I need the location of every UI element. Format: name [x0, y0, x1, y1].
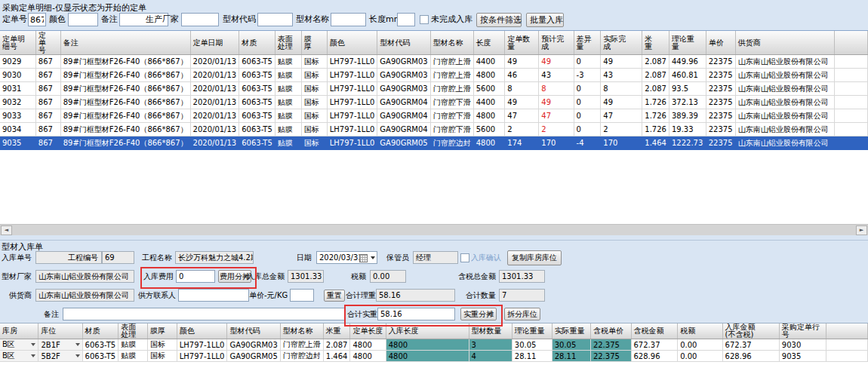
profile-name-input[interactable]	[331, 13, 366, 26]
contact-input[interactable]	[178, 289, 249, 302]
column-header[interactable]: 库位	[38, 323, 82, 339]
column-header[interactable]: 供货商	[735, 31, 834, 55]
scroll-right-icon[interactable]: ►	[856, 225, 867, 235]
note-input[interactable]	[63, 308, 345, 320]
keeper-field[interactable]: 经理	[413, 251, 458, 264]
confirm-checkbox[interactable]	[460, 253, 469, 262]
order-no-input[interactable]	[28, 13, 46, 26]
actual-weight-input[interactable]	[377, 308, 455, 320]
column-header[interactable]: 理论重量	[669, 31, 706, 55]
project-no-field[interactable]: 69	[102, 251, 134, 264]
dropdown-arrow-icon[interactable]	[75, 354, 80, 360]
factory-field[interactable]: 山东南山铝业股份有限公司	[35, 270, 134, 283]
column-header[interactable]: 型材数量	[469, 323, 512, 339]
column-header[interactable]: 入库金额(不含税)	[722, 323, 779, 339]
cell: 山东南山铝业股份有限公司	[735, 96, 834, 109]
fee-input[interactable]	[176, 270, 215, 283]
column-header[interactable]: 型材名称	[280, 323, 323, 339]
theory-weight-field[interactable]: 58.16	[376, 289, 455, 302]
column-header[interactable]: 定单长度	[350, 323, 386, 339]
column-header[interactable]: 长度	[473, 31, 505, 55]
dropdown-arrow-icon[interactable]	[31, 343, 35, 348]
table-row[interactable]: 902986789#门框型材F26-F40（866*867）2020/01/13…	[0, 55, 868, 69]
column-header[interactable]: 颜色	[177, 323, 227, 339]
column-header[interactable]: 表面处理	[119, 323, 148, 339]
cell: 867	[35, 55, 60, 69]
column-header[interactable]	[835, 31, 868, 55]
manufacturer-input[interactable]	[181, 13, 219, 26]
table-row[interactable]: B区2B1F6063-T5贴膜国标LH797-1LL0GA90GRM03门帘腔上…	[0, 339, 868, 351]
column-header[interactable]: 库房	[0, 323, 38, 339]
date-picker[interactable]: 2020/03/31	[316, 251, 377, 264]
tax-total-field[interactable]: 1301.33	[499, 270, 545, 283]
cell: 1.726	[642, 123, 669, 136]
dropdown-arrow-icon[interactable]	[31, 354, 35, 360]
cell: GA90GRM05	[377, 136, 430, 150]
column-header[interactable]: 材质	[239, 31, 275, 55]
batch-inbound-button[interactable]: 批量入库	[526, 13, 564, 27]
date-label: 日期	[291, 251, 312, 264]
column-header[interactable]: 米重	[642, 31, 669, 55]
column-header[interactable]: 理论重量	[512, 323, 552, 339]
project-name-field[interactable]: 长沙万科魅力之城4.2期	[175, 251, 254, 264]
total-qty-field[interactable]: 7	[499, 289, 545, 302]
calendar-icon[interactable]	[359, 254, 368, 262]
column-header[interactable]: 差异量	[574, 31, 601, 55]
column-header[interactable]: 备注	[60, 31, 190, 55]
profile-code-input[interactable]	[257, 13, 293, 26]
unfinished-checkbox[interactable]	[420, 15, 429, 24]
column-header[interactable]: 单价	[706, 31, 735, 55]
horizontal-scrollbar[interactable]: ◄ ►	[0, 224, 868, 235]
total-amount-field[interactable]: 1301.33	[288, 270, 324, 283]
cell: 89#门框型材F26-F40（866*867）	[60, 69, 190, 82]
column-header[interactable]: 预计完成	[539, 31, 574, 55]
column-header[interactable]: 税额	[678, 323, 722, 339]
color-input[interactable]	[68, 13, 98, 26]
column-header[interactable]: 实际完成	[601, 31, 642, 55]
column-header[interactable]: 定单日期	[190, 31, 239, 55]
actual-weight-share-button[interactable]: 实重分摊	[460, 308, 497, 320]
filter-by-condition-button[interactable]: 按条件筛选	[476, 13, 522, 27]
table-row[interactable]: 903586789#门框型材F26-F40（866*867）2020/01/13…	[0, 136, 868, 150]
copy-warehouse-button[interactable]: 复制库房库位	[507, 250, 562, 265]
column-header[interactable]: 型材名称	[430, 31, 473, 55]
scroll-left-icon[interactable]: ◄	[1, 225, 12, 235]
column-header[interactable]: 米重	[323, 323, 350, 339]
table-row[interactable]: 903486789#门框型材F26-F40（866*867）2020/01/13…	[0, 123, 868, 136]
column-header[interactable]: 膜厚	[301, 31, 327, 55]
dropdown-arrow-icon[interactable]	[75, 343, 80, 348]
reset-button[interactable]: 重置	[324, 290, 345, 302]
column-header[interactable]: 采购定单行号	[779, 323, 826, 339]
table-row[interactable]: 903286789#门框型材F26-F40（866*867）2020/01/13…	[0, 96, 868, 109]
column-header[interactable]: 定单号	[35, 31, 60, 55]
column-header[interactable]	[826, 323, 868, 339]
column-header[interactable]: 型材代码	[377, 31, 430, 55]
column-header[interactable]: 材质	[82, 323, 119, 339]
column-header[interactable]: 型材代码	[227, 323, 280, 339]
tax-field[interactable]: 0.00	[370, 270, 406, 283]
color-label: 颜色	[49, 13, 66, 26]
table-row[interactable]: 903186789#门框型材F26-F40（866*867）2020/01/13…	[0, 82, 868, 96]
column-header[interactable]: 含税金额	[631, 323, 678, 339]
cell: 9029	[0, 55, 35, 69]
cell: 门帘腔下滑	[430, 109, 473, 123]
column-header[interactable]: 定单数量	[505, 31, 539, 55]
column-header[interactable]: 定单明细号	[0, 31, 35, 55]
column-header[interactable]: 含税单价	[590, 323, 631, 339]
split-location-button[interactable]: 拆分库位	[504, 308, 540, 320]
column-header[interactable]: 表面处理	[275, 31, 301, 55]
length-input[interactable]	[397, 13, 415, 26]
column-header[interactable]: 膜厚	[148, 323, 177, 339]
project-name-label: 工程名称	[142, 251, 172, 264]
unit-price-input[interactable]	[290, 289, 314, 302]
column-header[interactable]: 实际重量	[552, 323, 590, 339]
supplier-field[interactable]: 山东南山铝业股份有限公司	[35, 289, 134, 302]
table-row[interactable]: B区5B2F6063-T5贴膜国标LH797-1LL0GA90GRM05门帘腔边…	[0, 351, 868, 362]
column-header[interactable]: 入库长度	[386, 323, 469, 339]
cell: 170	[601, 136, 642, 150]
cell: LH797-1LL0	[177, 339, 227, 351]
table-row[interactable]: 903386789#门框型材F26-F40（866*867）2020/01/13…	[0, 109, 868, 123]
table-row[interactable]: 903086789#门框型材F26-F40（866*867）2020/01/13…	[0, 69, 868, 82]
column-header[interactable]: 颜色	[327, 31, 377, 55]
date-dropdown-icon[interactable]	[371, 256, 375, 262]
